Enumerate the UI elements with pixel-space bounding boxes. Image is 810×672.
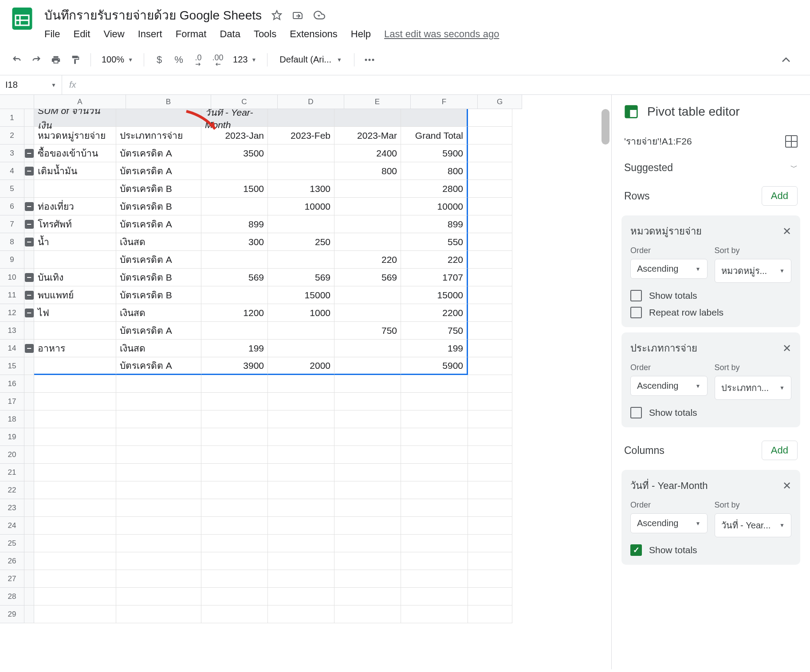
font-select[interactable]: Default (Ari...▼ xyxy=(275,52,347,67)
row-header-22[interactable]: 22 xyxy=(0,481,24,499)
order-select[interactable]: Ascending▼ xyxy=(630,259,708,279)
row-header-23[interactable]: 23 xyxy=(0,499,24,517)
collapse-button[interactable]: − xyxy=(25,167,34,176)
close-icon[interactable]: ✕ xyxy=(782,225,791,238)
row-header-17[interactable]: 17 xyxy=(0,393,24,410)
row-header-12[interactable]: 12 xyxy=(0,304,24,322)
select-range-icon[interactable] xyxy=(785,135,798,148)
row-header-26[interactable]: 26 xyxy=(0,552,24,570)
row-header-11[interactable]: 11 xyxy=(0,286,24,304)
sortby-select[interactable]: วันที่ - Year...▼ xyxy=(715,513,792,537)
add-column-button[interactable]: Add xyxy=(762,441,798,460)
row-header-1[interactable]: 1 xyxy=(0,109,24,127)
redo-button[interactable] xyxy=(28,52,44,68)
sheets-logo-icon[interactable] xyxy=(9,5,35,32)
row-header-19[interactable]: 19 xyxy=(0,428,24,446)
pivot-range-text[interactable]: 'รายจ่าย'!A1:F26 xyxy=(624,134,692,148)
row-header-28[interactable]: 28 xyxy=(0,588,24,606)
number-format-select[interactable]: 123▼ xyxy=(229,53,260,66)
row-header-18[interactable]: 18 xyxy=(0,410,24,428)
chevron-down-icon[interactable]: ﹀ xyxy=(790,163,798,172)
percent-button[interactable]: % xyxy=(171,52,187,68)
row-header-8[interactable]: 8 xyxy=(0,233,24,251)
name-box[interactable]: I18▼ xyxy=(0,75,62,94)
more-tools-button[interactable] xyxy=(362,52,377,68)
col-header-D[interactable]: D xyxy=(278,95,344,109)
spreadsheet-grid[interactable]: ABCDEFG1SUM of จำนวนเงินวันที่ - Year-Mo… xyxy=(0,95,611,669)
close-icon[interactable]: ✕ xyxy=(782,342,791,355)
row-header-9[interactable]: 9 xyxy=(0,251,24,269)
row-header-24[interactable]: 24 xyxy=(0,517,24,535)
collapse-button[interactable]: − xyxy=(25,202,34,211)
row-header-2[interactable]: 2 xyxy=(0,127,24,145)
collapse-button[interactable]: − xyxy=(25,149,34,158)
rows-section-label: Rows xyxy=(624,190,650,202)
last-edit-link[interactable]: Last edit was seconds ago xyxy=(384,28,499,40)
order-label: Order xyxy=(630,246,708,255)
sortby-select[interactable]: ประเภทกา...▼ xyxy=(715,376,792,400)
col-header-A[interactable]: A xyxy=(34,95,126,109)
menu-file[interactable]: File xyxy=(44,28,60,40)
menu-extensions[interactable]: Extensions xyxy=(290,28,338,40)
row-header-10[interactable]: 10 xyxy=(0,269,24,286)
collapse-button[interactable]: − xyxy=(25,238,34,246)
row-header-15[interactable]: 15 xyxy=(0,357,24,375)
row-header-21[interactable]: 21 xyxy=(0,464,24,481)
show-totals-checkbox[interactable] xyxy=(630,407,642,418)
menu-insert[interactable]: Insert xyxy=(138,28,162,40)
collapse-button[interactable]: − xyxy=(25,309,34,317)
add-row-button[interactable]: Add xyxy=(762,186,798,206)
columns-section-label: Columns xyxy=(624,445,665,457)
col-header-F[interactable]: F xyxy=(411,95,478,109)
print-button[interactable] xyxy=(48,52,64,68)
row-header-25[interactable]: 25 xyxy=(0,535,24,552)
col-header-B[interactable]: B xyxy=(126,95,211,109)
currency-button[interactable]: $ xyxy=(151,52,167,68)
row-header-3[interactable]: 3 xyxy=(0,145,24,162)
cloud-icon[interactable] xyxy=(313,9,326,21)
menu-edit[interactable]: Edit xyxy=(73,28,90,40)
menu-help[interactable]: Help xyxy=(351,28,371,40)
sortby-label: Sort by xyxy=(715,363,792,372)
paint-format-button[interactable] xyxy=(67,52,83,68)
order-select[interactable]: Ascending▼ xyxy=(630,376,708,396)
show-totals-checkbox[interactable] xyxy=(630,544,642,556)
move-icon[interactable] xyxy=(292,9,304,21)
increase-decimal-button[interactable]: .00 xyxy=(210,52,226,68)
close-icon[interactable]: ✕ xyxy=(782,480,791,492)
sortby-select[interactable]: หมวดหมู่ร...▼ xyxy=(715,259,792,283)
repeat-labels-checkbox[interactable] xyxy=(630,307,642,318)
order-select[interactable]: Ascending▼ xyxy=(630,513,708,533)
row-header-14[interactable]: 14 xyxy=(0,340,24,357)
col-header-G[interactable]: G xyxy=(478,95,522,109)
collapse-button[interactable]: − xyxy=(25,344,34,353)
undo-button[interactable] xyxy=(9,52,25,68)
row-header-27[interactable]: 27 xyxy=(0,570,24,588)
row-header-20[interactable]: 20 xyxy=(0,446,24,464)
star-icon[interactable] xyxy=(271,9,283,21)
svg-rect-10 xyxy=(625,106,637,110)
collapse-button[interactable]: − xyxy=(25,291,34,300)
show-totals-checkbox[interactable] xyxy=(630,290,642,301)
decrease-decimal-button[interactable]: .0 xyxy=(190,52,206,68)
menu-data[interactable]: Data xyxy=(220,28,240,40)
row-header-7[interactable]: 7 xyxy=(0,215,24,233)
row-header-13[interactable]: 13 xyxy=(0,322,24,340)
collapse-button[interactable]: − xyxy=(25,273,34,282)
menu-format[interactable]: Format xyxy=(176,28,207,40)
menu-view[interactable]: View xyxy=(103,28,124,40)
row-header-29[interactable]: 29 xyxy=(0,606,24,623)
collapse-toolbar-button[interactable] xyxy=(778,52,794,68)
vertical-scrollbar[interactable] xyxy=(602,109,609,145)
row-header-4[interactable]: 4 xyxy=(0,162,24,180)
row-header-6[interactable]: 6 xyxy=(0,198,24,215)
row-header-16[interactable]: 16 xyxy=(0,375,24,393)
col-header-C[interactable]: C xyxy=(211,95,278,109)
row-header-5[interactable]: 5 xyxy=(0,180,24,198)
col-header-E[interactable]: E xyxy=(344,95,411,109)
zoom-select[interactable]: 100%▼ xyxy=(98,53,137,66)
row-field-card-1: หมวดหมู่รายจ่าย ✕ Order Ascending▼ Sort … xyxy=(621,215,800,327)
document-title[interactable]: บันทึกรายรับรายจ่ายด้วย Google Sheets xyxy=(44,5,262,25)
collapse-button[interactable]: − xyxy=(25,220,34,229)
menu-tools[interactable]: Tools xyxy=(254,28,276,40)
